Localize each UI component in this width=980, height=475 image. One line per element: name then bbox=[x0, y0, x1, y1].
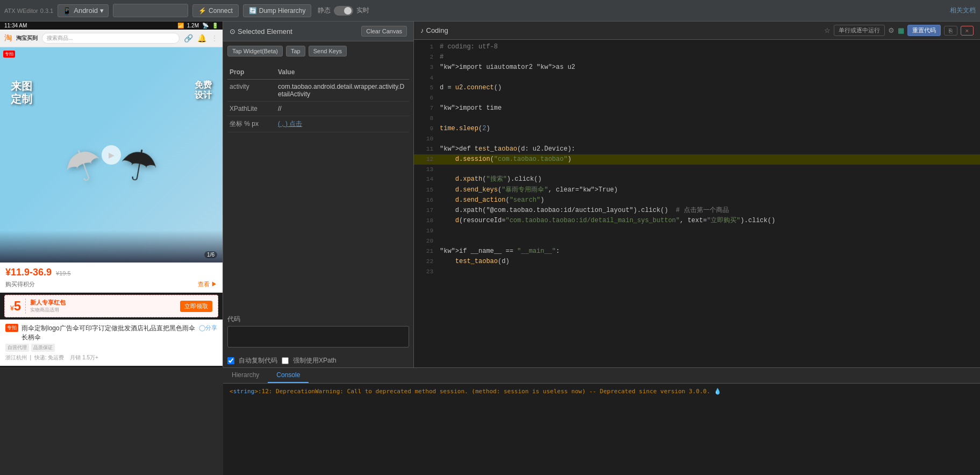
code-line-23[interactable]: 23 bbox=[414, 267, 980, 277]
search-input[interactable] bbox=[113, 4, 188, 17]
phone-panel: 11:34 AM 📶 1.2M 📡 🔋 淘 淘宝买到 搜索商品... 🔗 🔔 ⋮ bbox=[0, 22, 223, 367]
inspector-panel: ⊙ Selected Element Clear Canvas Tap Widg… bbox=[223, 22, 414, 367]
line-content: time.sleep(2) bbox=[440, 124, 976, 134]
wifi-icon: 📡 bbox=[202, 23, 209, 29]
connect-button[interactable]: ⚡ Connect bbox=[192, 4, 239, 17]
hierarchy-tab[interactable]: Hierarchy bbox=[223, 368, 268, 383]
line-content: # bbox=[440, 52, 976, 62]
bottom-panel: Hierarchy Console <string>:12: Deprecati… bbox=[223, 367, 980, 475]
code-line-17[interactable]: 17 d.xpath("@com.taobao.taobao:id/auctio… bbox=[414, 205, 980, 216]
code-line-21[interactable]: 21"kw">if __name__ == "__main__": bbox=[414, 246, 980, 257]
product-image-area[interactable]: ☂ ☂ 来图定制 免费设计 ▶ 1/6 bbox=[0, 47, 223, 263]
phone-statusbar: 11:34 AM 📶 1.2M 📡 🔋 bbox=[0, 22, 223, 30]
music-icon: ♪ bbox=[420, 26, 424, 34]
force-xpath-checkbox[interactable] bbox=[282, 357, 289, 364]
line-number: 7 bbox=[418, 103, 433, 114]
prop-value-coords[interactable]: ( , ) 点击 bbox=[278, 119, 302, 129]
play-button[interactable]: ▶ bbox=[102, 145, 121, 165]
line-number: 3 bbox=[418, 62, 433, 73]
app-nav-bar: 淘 淘宝买到 搜索商品... 🔗 🔔 ⋮ bbox=[0, 30, 223, 47]
line-number: 11 bbox=[418, 144, 433, 154]
dump-hierarchy-button[interactable]: 🔄 Dump Hierarchy bbox=[243, 4, 312, 17]
code-line-13[interactable]: 13 bbox=[414, 165, 980, 175]
device-selector[interactable]: 📱 Android ▾ bbox=[58, 4, 109, 17]
run-button[interactable]: 单行或逐中运行 bbox=[834, 25, 885, 36]
chevron-down-icon: ▾ bbox=[100, 6, 104, 15]
battery-icon: 🔋 bbox=[212, 23, 218, 29]
coupon-button[interactable]: 立即领取 bbox=[180, 301, 212, 312]
page-indicator: 1/6 bbox=[204, 251, 217, 258]
line-number: 22 bbox=[418, 257, 433, 267]
line-content: "kw">import uiautomator2 "kw">as u2 bbox=[440, 62, 976, 73]
value-header: Value bbox=[278, 68, 295, 76]
coupon-section[interactable]: ¥ 5 新人专享红包 实物商品适用 立即领取 bbox=[4, 295, 218, 317]
code-line-6[interactable]: 6 bbox=[414, 93, 980, 103]
line-number: 5 bbox=[418, 83, 433, 93]
code-line-16[interactable]: 16 d.send_action("search") bbox=[414, 195, 980, 205]
line-number: 2 bbox=[418, 52, 433, 62]
code-line-15[interactable]: 15 d.send_keys("暴雨专用雨伞", clear="kw">True… bbox=[414, 185, 980, 195]
console-tab[interactable]: Console bbox=[268, 368, 309, 383]
coding-title-text: Coding bbox=[426, 26, 448, 34]
code-line-20[interactable]: 20 bbox=[414, 236, 980, 246]
code-line-2[interactable]: 2# bbox=[414, 52, 980, 62]
copy-button[interactable]: ⎘ bbox=[944, 26, 957, 36]
price-section: ¥11.9-36.9 ¥19.5 购买得积分 查看 ▶ bbox=[0, 263, 223, 293]
line-number: 23 bbox=[418, 267, 433, 277]
tap-button[interactable]: Tap bbox=[286, 46, 305, 56]
code-line-11[interactable]: 11"kw">def test_taobao(d: u2.Device): bbox=[414, 144, 980, 154]
bottom-tabs: Hierarchy Console bbox=[223, 368, 980, 384]
console-warning-text: <string>:12: DeprecationWarning: Call to… bbox=[230, 388, 721, 395]
coupon-amount: 5 bbox=[14, 299, 21, 314]
line-number: 10 bbox=[418, 134, 433, 144]
coupon-sub: 实物商品适用 bbox=[30, 307, 66, 314]
line-number: 19 bbox=[418, 226, 433, 236]
code-line-22[interactable]: 22 test_taobao(d) bbox=[414, 257, 980, 267]
view-link[interactable]: 查看 ▶ bbox=[198, 280, 217, 288]
reset-code-button[interactable]: 重置代码 bbox=[907, 25, 941, 36]
code-line-9[interactable]: 9time.sleep(2) bbox=[414, 124, 980, 134]
line-content: "kw">import time bbox=[440, 103, 976, 114]
send-keys-button[interactable]: Send Keys bbox=[309, 46, 347, 56]
coding-panel: ♪ Coding ☆ 单行或逐中运行 ⚙ ▦ 重置代码 ⎘ × 1# codin… bbox=[414, 22, 980, 367]
code-line-7[interactable]: 7"kw">import time bbox=[414, 103, 980, 114]
code-line-3[interactable]: 3"kw">import uiautomator2 "kw">as u2 bbox=[414, 62, 980, 73]
mode-toggle[interactable] bbox=[334, 6, 353, 16]
code-box[interactable] bbox=[227, 326, 409, 348]
code-editor[interactable]: 1# coding: utf-82#3"kw">import uiautomat… bbox=[414, 40, 980, 367]
code-line-8[interactable]: 8 bbox=[414, 114, 980, 124]
code-line-14[interactable]: 14 d.xpath("搜索").click() bbox=[414, 174, 980, 185]
line-number: 4 bbox=[418, 73, 433, 83]
code-line-4[interactable]: 4 bbox=[414, 73, 980, 83]
code-line-5[interactable]: 5d = u2.connect() bbox=[414, 83, 980, 93]
force-xpath-label: 强制使用XPath bbox=[293, 356, 337, 365]
line-number: 14 bbox=[418, 174, 433, 185]
coding-title: ♪ Coding bbox=[420, 26, 448, 34]
status-time: 11:34 AM bbox=[4, 23, 27, 29]
product-title: 雨伞定制logo广告伞可印字订定做批发酒店礼品直把黑色雨伞长柄伞 bbox=[22, 324, 196, 342]
code-line-12[interactable]: 12 d.session("com.taobao.taobao") bbox=[414, 154, 980, 165]
stop-button[interactable]: × bbox=[961, 26, 974, 36]
star-icon: ☆ bbox=[824, 26, 831, 34]
prop-key-activity: activity bbox=[230, 83, 278, 98]
code-line-1[interactable]: 1# coding: utf-8 bbox=[414, 42, 980, 52]
product-info: 专拍 雨伞定制logo广告伞可印字订定做批发酒店礼品直把黑色雨伞长柄伞 ◯分享 … bbox=[0, 320, 223, 366]
tap-widget-button[interactable]: Tap Widget(Beta) bbox=[227, 46, 283, 56]
code-line-19[interactable]: 19 bbox=[414, 226, 980, 236]
clear-canvas-button[interactable]: Clear Canvas bbox=[361, 26, 407, 37]
line-content: test_taobao(d) bbox=[440, 257, 976, 267]
share-button[interactable]: ◯分享 bbox=[199, 324, 217, 332]
docs-link[interactable]: 相关文档 bbox=[950, 6, 976, 15]
prop-row-coords: 坐标 % px ( , ) 点击 bbox=[227, 116, 409, 132]
auto-copy-checkbox[interactable] bbox=[227, 357, 234, 364]
code-line-18[interactable]: 18 d(resourceId="com.taobao.taobao:id/de… bbox=[414, 216, 980, 226]
line-number: 8 bbox=[418, 114, 433, 124]
line-number: 6 bbox=[418, 93, 433, 103]
code-line-10[interactable]: 10 bbox=[414, 134, 980, 144]
main-content: 11:34 AM 📶 1.2M 📡 🔋 淘 淘宝买到 搜索商品... 🔗 🔔 ⋮ bbox=[0, 22, 980, 367]
product-origin: 浙江杭州 bbox=[5, 355, 27, 360]
original-price: ¥19.5 bbox=[56, 270, 71, 277]
inspector-header: ⊙ Selected Element Clear Canvas bbox=[223, 22, 413, 41]
inspector-actions: Clear Canvas bbox=[361, 26, 407, 37]
line-number: 12 bbox=[418, 154, 433, 165]
